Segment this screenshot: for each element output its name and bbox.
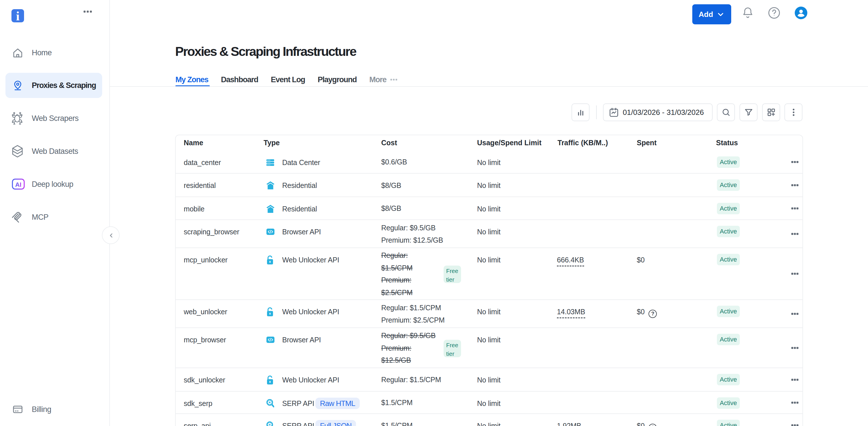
svg-text:AI: AI [15, 181, 22, 188]
